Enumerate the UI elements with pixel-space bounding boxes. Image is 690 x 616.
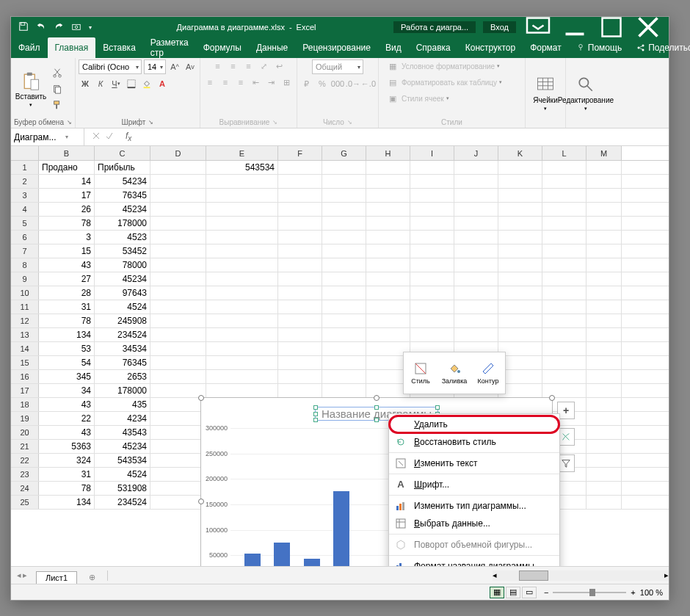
cell[interactable] bbox=[150, 203, 206, 216]
column-header[interactable]: J bbox=[454, 146, 498, 160]
menu-reset-style[interactable]: Восстановить стиль bbox=[389, 433, 559, 451]
cell[interactable] bbox=[322, 356, 366, 369]
cell[interactable] bbox=[586, 496, 622, 509]
sheet-nav-next[interactable]: ▸ bbox=[23, 570, 27, 580]
cell[interactable] bbox=[454, 258, 498, 272]
cell[interactable] bbox=[278, 244, 322, 258]
cell[interactable] bbox=[322, 314, 366, 327]
row-header[interactable]: 23 bbox=[11, 468, 39, 481]
cell[interactable]: 345 bbox=[39, 370, 95, 383]
cell[interactable] bbox=[206, 231, 278, 244]
sheet-nav-prev[interactable]: ◂ bbox=[17, 570, 21, 580]
row-header[interactable]: 1 bbox=[11, 161, 39, 174]
cell[interactable]: 45234 bbox=[95, 203, 150, 216]
cell[interactable] bbox=[150, 454, 206, 467]
cell[interactable] bbox=[586, 468, 622, 481]
cell[interactable] bbox=[206, 300, 278, 314]
tab-formulas[interactable]: Формулы bbox=[196, 37, 249, 58]
row-header[interactable]: 4 bbox=[11, 203, 39, 216]
column-header[interactable]: G bbox=[322, 146, 366, 160]
maximize-button[interactable] bbox=[597, 17, 626, 37]
cell[interactable] bbox=[150, 342, 206, 355]
cell[interactable] bbox=[454, 161, 498, 174]
chart-bar[interactable] bbox=[244, 554, 261, 566]
paste-button[interactable]: Вставить▾ bbox=[14, 68, 48, 111]
cell[interactable] bbox=[366, 314, 410, 327]
cell[interactable] bbox=[366, 161, 410, 174]
tab-review[interactable]: Рецензирование bbox=[295, 37, 378, 58]
cell[interactable] bbox=[150, 286, 206, 300]
cell[interactable]: 45234 bbox=[95, 272, 150, 286]
cell[interactable]: Прибыль bbox=[95, 161, 150, 174]
column-header[interactable]: B bbox=[39, 146, 95, 160]
cell[interactable] bbox=[278, 370, 322, 383]
cell[interactable]: 43 bbox=[39, 398, 95, 411]
cell[interactable] bbox=[278, 328, 322, 341]
row-header[interactable]: 16 bbox=[11, 370, 39, 383]
cell[interactable] bbox=[206, 314, 278, 327]
cell[interactable]: 78 bbox=[39, 314, 95, 327]
row-header[interactable]: 15 bbox=[11, 356, 39, 369]
cell[interactable] bbox=[410, 286, 454, 300]
cell[interactable] bbox=[454, 314, 498, 327]
cell[interactable] bbox=[542, 286, 586, 300]
cell[interactable] bbox=[542, 244, 586, 258]
editing-button[interactable]: Редактирование▾ bbox=[569, 71, 603, 115]
cell[interactable]: 4523 bbox=[95, 231, 150, 244]
cell[interactable] bbox=[586, 175, 622, 188]
cell[interactable] bbox=[150, 300, 206, 314]
cell[interactable]: 53 bbox=[39, 342, 95, 355]
cell[interactable] bbox=[586, 482, 622, 495]
row-header[interactable]: 8 bbox=[11, 258, 39, 272]
zoom-out-button[interactable]: − bbox=[544, 588, 548, 597]
row-header[interactable]: 10 bbox=[11, 286, 39, 300]
cell[interactable] bbox=[150, 231, 206, 244]
cell[interactable] bbox=[150, 426, 206, 439]
cell[interactable] bbox=[586, 161, 622, 174]
border-icon[interactable] bbox=[125, 77, 138, 90]
cell[interactable] bbox=[454, 286, 498, 300]
mini-fill-button[interactable]: Заливка bbox=[437, 352, 471, 394]
cell[interactable]: 178000 bbox=[95, 384, 150, 397]
cell[interactable] bbox=[454, 203, 498, 216]
cell[interactable] bbox=[542, 217, 586, 230]
cell[interactable] bbox=[498, 189, 542, 202]
zoom-level[interactable]: 100 % bbox=[640, 588, 663, 597]
formula-input[interactable] bbox=[136, 132, 669, 142]
dialog-launcher-icon[interactable]: ↘ bbox=[148, 119, 153, 126]
enter-icon[interactable] bbox=[105, 131, 114, 142]
cell[interactable]: 134 bbox=[39, 496, 95, 509]
cell[interactable] bbox=[454, 217, 498, 230]
cell[interactable]: 27 bbox=[39, 272, 95, 286]
cell[interactable] bbox=[498, 244, 542, 258]
cell[interactable]: 3 bbox=[39, 231, 95, 244]
cell[interactable] bbox=[366, 272, 410, 286]
row-header[interactable]: 6 bbox=[11, 231, 39, 244]
shrink-font-icon[interactable]: Av bbox=[184, 60, 197, 73]
cell[interactable] bbox=[278, 314, 322, 327]
cell[interactable] bbox=[278, 258, 322, 272]
cell[interactable] bbox=[586, 356, 622, 369]
cell[interactable] bbox=[498, 217, 542, 230]
cell[interactable] bbox=[454, 272, 498, 286]
cell[interactable] bbox=[542, 342, 586, 355]
view-page-break-icon[interactable]: ▭ bbox=[522, 587, 537, 598]
cell[interactable] bbox=[586, 314, 622, 327]
cell[interactable] bbox=[322, 272, 366, 286]
sheet-tab[interactable]: Лист1 bbox=[36, 571, 77, 584]
cell[interactable]: 178000 bbox=[95, 217, 150, 230]
cell[interactable]: 245908 bbox=[95, 314, 150, 327]
menu-change-chart-type[interactable]: Изменить тип диаграммы... bbox=[389, 497, 559, 515]
cell[interactable]: 5363 bbox=[39, 440, 95, 453]
cell[interactable] bbox=[322, 244, 366, 258]
cut-icon[interactable] bbox=[51, 66, 64, 79]
cell[interactable] bbox=[150, 258, 206, 272]
cell[interactable] bbox=[366, 300, 410, 314]
row-header[interactable]: 25 bbox=[11, 496, 39, 509]
cell[interactable] bbox=[454, 189, 498, 202]
cell[interactable] bbox=[150, 217, 206, 230]
cell[interactable]: 134 bbox=[39, 328, 95, 341]
horizontal-scrollbar[interactable]: ◂▸ bbox=[493, 570, 669, 581]
tab-home[interactable]: Главная bbox=[48, 37, 96, 58]
row-header[interactable]: 3 bbox=[11, 189, 39, 202]
